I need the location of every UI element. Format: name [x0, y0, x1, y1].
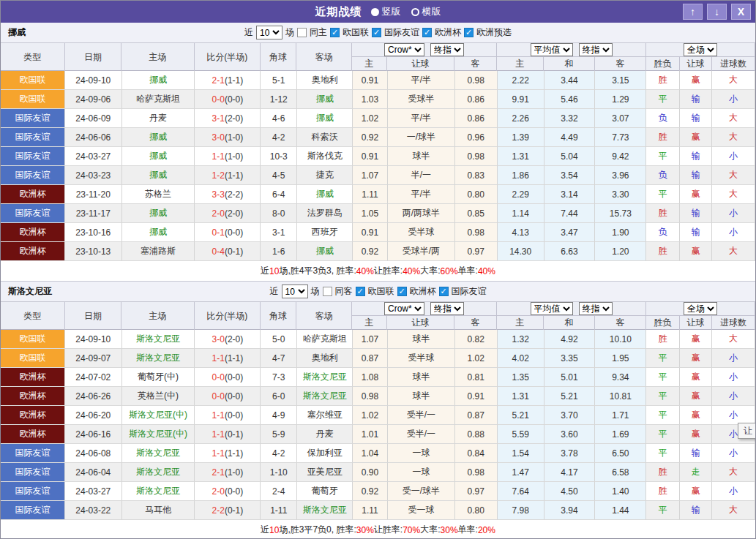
corners: 6-4: [261, 185, 297, 204]
league-checkbox-欧洲预选[interactable]: ✓: [464, 28, 474, 37]
halftime-score: (1-0): [225, 467, 243, 478]
match-type-cell: 欧国联: [1, 90, 65, 109]
column-header: 和: [544, 57, 595, 71]
result-wdl: 胜: [646, 242, 680, 261]
layout-radio-vertical[interactable]: 竖版: [371, 5, 401, 18]
avg-home-odds: 1.14: [498, 204, 544, 223]
score: 0-4(0-1): [212, 246, 244, 257]
layout-radio-horizontal[interactable]: 横版: [411, 5, 441, 18]
match-type-cell: 国际友谊: [1, 166, 65, 185]
move-up-button[interactable]: ↑: [683, 4, 703, 20]
away-team-cell: 斯洛文尼亚: [297, 501, 353, 520]
home-team: 哈萨克斯坦: [136, 93, 180, 105]
match-date: 24-03-22: [65, 501, 122, 520]
league-checkbox-欧国联[interactable]: ✓: [356, 287, 365, 296]
result-goals: 大: [712, 501, 755, 520]
corners: 1-6: [261, 242, 297, 261]
away-odds: 0.86: [455, 109, 498, 128]
home-team: 挪威: [149, 131, 167, 143]
filter-controls-slovenia: 近10场同客✓欧国联✓欧洲杯✓国际友谊: [270, 284, 487, 298]
avg-away-odds: 1.29: [595, 90, 646, 109]
league-label: 国际友谊: [452, 285, 487, 298]
column-header: 主: [352, 316, 387, 330]
away-odds: 0.81: [455, 368, 498, 387]
close-button[interactable]: X: [731, 4, 751, 20]
league-checkbox-欧洲杯[interactable]: ✓: [397, 287, 407, 296]
score: 0-0(0-0): [212, 94, 244, 105]
league-checkbox-欧国联[interactable]: ✓: [330, 28, 340, 37]
away-odds: 0.87: [455, 406, 498, 425]
fulltime-score: 1-1: [212, 448, 225, 459]
result-wdl: 负: [646, 109, 680, 128]
away-team: 塞尔维亚: [307, 409, 343, 421]
home-team: 斯洛文尼亚: [136, 447, 180, 459]
home-team-cell: 斯洛文尼亚: [122, 444, 195, 463]
away-odds: 0.98: [455, 223, 498, 242]
games-label: 场: [311, 285, 320, 298]
final-odds-select-2[interactable]: 终指: [579, 302, 613, 315]
fulltime-select[interactable]: 全场: [684, 43, 717, 56]
score-cell: 3-1(2-0): [195, 109, 261, 128]
league-checkbox-国际友谊[interactable]: ✓: [439, 287, 449, 296]
result-wdl: 负: [646, 166, 680, 185]
halftime-score: (1-1): [225, 75, 243, 86]
match-date: 23-10-13: [65, 242, 122, 261]
away-odds: 0.80: [455, 501, 498, 520]
handicap: 球半: [388, 147, 455, 166]
radio-unselected-icon[interactable]: [411, 8, 419, 16]
same-venue-checkbox[interactable]: [297, 28, 307, 37]
move-down-button[interactable]: ↓: [707, 4, 727, 20]
same-venue-label: 同主: [310, 26, 327, 39]
corners: 10-3: [261, 147, 297, 166]
result-wdl: 平: [646, 387, 680, 406]
match-type-badge: 欧国联: [1, 349, 64, 367]
result-wdl: 平: [646, 368, 680, 387]
table-row: 国际友谊23-11-17挪威2-0(2-0)8-0法罗群岛1.05两/两球半0.…: [1, 204, 755, 223]
halftime-score: (0-0): [225, 391, 243, 402]
table-row: 国际友谊24-03-27斯洛文尼亚2-0(0-0)2-4葡萄牙0.92受一/球半…: [1, 482, 755, 501]
match-type-badge: 国际友谊: [1, 128, 64, 146]
away-team: 斯洛文尼亚: [303, 504, 347, 516]
score: 1-1(1-1): [212, 448, 244, 459]
halftime-score: (2-2): [225, 189, 243, 200]
final-odds-select-2[interactable]: 终指: [579, 43, 613, 56]
away-team: 挪威: [316, 245, 334, 257]
away-team-cell: 科索沃: [297, 128, 353, 147]
league-checkbox-欧洲杯[interactable]: ✓: [422, 28, 432, 37]
radio-selected-icon[interactable]: [371, 8, 379, 16]
fulltime-select[interactable]: 全场: [684, 302, 717, 315]
same-venue-checkbox[interactable]: [323, 287, 332, 296]
avg-away-odds: 7.73: [595, 128, 646, 147]
avg-home-odds: 5.59: [498, 425, 544, 444]
halftime-score: (0-1): [225, 429, 243, 440]
recent-count-select[interactable]: 10: [282, 284, 308, 298]
recent-count-select[interactable]: 10: [256, 26, 282, 39]
score-cell: 2-0(2-0): [195, 204, 261, 223]
final-odds-select[interactable]: 终指: [430, 43, 464, 56]
league-checkbox-国际友谊[interactable]: ✓: [372, 28, 381, 37]
handicap: 受半球: [388, 349, 455, 368]
team-name-slovenia: 斯洛文尼亚: [8, 285, 52, 298]
company-select[interactable]: Crow*: [384, 302, 424, 315]
column-header: 胜负: [646, 316, 680, 330]
score-cell: 2-1(1-0): [195, 463, 261, 482]
result-wdl: 负: [646, 223, 680, 242]
home-team-cell: 哈萨克斯坦: [122, 90, 195, 109]
avg-draw-odds: 3.70: [544, 406, 596, 425]
home-team-cell: 挪威: [122, 223, 195, 242]
average-select[interactable]: 平均值: [531, 43, 573, 56]
away-team-cell: 保加利亚: [297, 444, 353, 463]
company-select[interactable]: Crow*: [384, 43, 424, 56]
halftime-score: (2-0): [225, 113, 243, 124]
result-goals: 小: [712, 147, 755, 166]
away-odds: 0.97: [455, 242, 498, 261]
average-select[interactable]: 平均值: [531, 302, 573, 315]
handicap: 半/一: [388, 166, 455, 185]
corners: 4-6: [261, 109, 297, 128]
summary-text: 60%: [441, 266, 458, 276]
away-team-cell: 斯洛伐克: [297, 147, 353, 166]
final-odds-select[interactable]: 终指: [430, 302, 464, 315]
fulltime-score: 3-1: [212, 113, 225, 124]
away-odds: 0.86: [455, 90, 498, 109]
result-handicap: 赢: [680, 185, 712, 204]
